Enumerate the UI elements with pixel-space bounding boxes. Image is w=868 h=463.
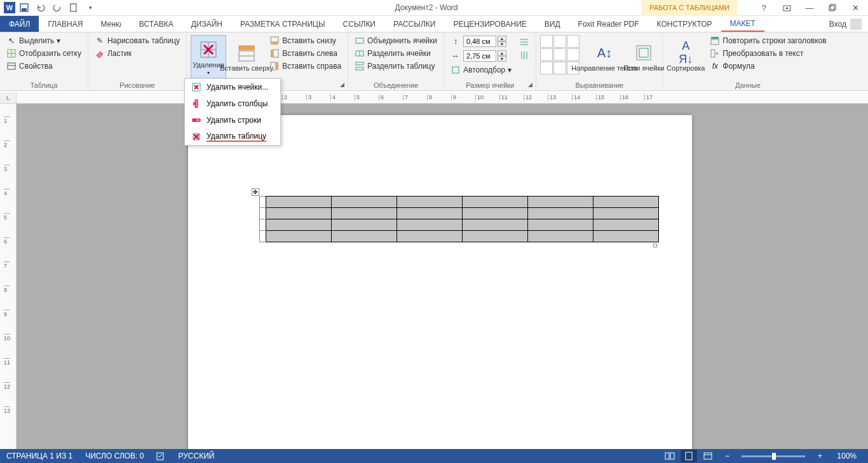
draw-table-button[interactable]: ✎Нарисовать таблицу <box>92 35 182 46</box>
width-up[interactable]: ▲ <box>498 50 506 56</box>
close-button[interactable]: ✕ <box>846 1 864 15</box>
sign-in-button[interactable]: Вход <box>823 16 868 32</box>
align-bc[interactable] <box>553 62 566 74</box>
tab-table-design[interactable]: КОНСТРУКТОР <box>648 16 721 32</box>
distribute-rows-button[interactable] <box>517 36 532 48</box>
tab-table-layout[interactable]: МАКЕТ <box>721 16 764 32</box>
align-tc[interactable] <box>553 35 566 48</box>
zoom-in-button[interactable]: + <box>811 450 828 462</box>
tab-menu[interactable]: Меню <box>92 16 130 32</box>
tab-file[interactable]: ФАЙЛ <box>0 16 39 32</box>
autofit-button[interactable]: Автоподбор ▾ <box>448 64 514 76</box>
delete-rows-item[interactable]: Удалить строки <box>185 112 280 128</box>
document-area[interactable]: ✥ <box>17 104 868 449</box>
word-app-icon: W <box>4 2 15 13</box>
insert-above-button[interactable]: Вставить сверху <box>229 35 264 79</box>
new-document-button[interactable] <box>66 1 81 15</box>
align-ml[interactable] <box>540 48 553 61</box>
split-table-button[interactable]: Разделить таблицу <box>352 60 440 72</box>
restore-button[interactable] <box>824 1 841 15</box>
align-tl[interactable] <box>540 35 553 48</box>
web-layout-button[interactable] <box>700 450 716 462</box>
delete-button[interactable]: Удаление ▾ <box>191 35 226 79</box>
tab-review[interactable]: РЕЦЕНЗИРОВАНИЕ <box>444 16 535 32</box>
table-move-handle[interactable]: ✥ <box>252 188 259 196</box>
insert-left-button[interactable]: Вставить слева <box>267 48 344 59</box>
zoom-percent[interactable]: 100% <box>831 452 863 460</box>
cursor-icon: ↖ <box>6 36 17 46</box>
col-width-input[interactable] <box>463 50 496 62</box>
svg-rect-41 <box>711 50 715 57</box>
minimize-button[interactable]: — <box>801 1 818 15</box>
insert-below-button[interactable]: Вставить снизу <box>267 35 344 46</box>
tab-home[interactable]: ГЛАВНАЯ <box>39 16 92 32</box>
word-count-status[interactable]: ЧИСЛО СЛОВ: 0 <box>79 452 150 460</box>
tab-foxit[interactable]: Foxit Reader PDF <box>569 16 648 32</box>
width-down[interactable]: ▼ <box>498 56 506 62</box>
svg-rect-29 <box>356 67 363 70</box>
align-tr[interactable] <box>567 35 580 48</box>
tab-design[interactable]: ДИЗАЙН <box>182 16 231 32</box>
repeat-header-rows-button[interactable]: Повторить строки заголовков <box>707 35 829 46</box>
zoom-slider[interactable] <box>742 455 805 457</box>
cellsize-dialog-launcher[interactable]: ◢ <box>526 80 534 89</box>
help-button[interactable]: ? <box>755 1 773 15</box>
text-direction-button[interactable]: A↕Направление текста <box>582 35 627 79</box>
table-row <box>260 208 659 219</box>
print-layout-button[interactable] <box>681 450 697 462</box>
svg-rect-57 <box>665 453 669 459</box>
ruler-corner: L <box>0 92 17 104</box>
col-width-field[interactable]: ↔▲▼ <box>448 50 514 62</box>
read-mode-button[interactable] <box>661 450 678 462</box>
properties-button[interactable]: Свойства <box>4 60 84 72</box>
row-height-field[interactable]: ↕▲▼ <box>448 35 514 48</box>
formula-button[interactable]: fxФормула <box>707 60 829 72</box>
convert-to-text-button[interactable]: Преобразовать в текст <box>707 48 829 59</box>
merge-cells-button[interactable]: Объединить ячейки <box>352 35 440 46</box>
delete-table-item[interactable]: Удалить таблицу <box>185 128 280 145</box>
select-button[interactable]: ↖Выделить ▾ <box>4 35 84 46</box>
group-label-draw: Рисование <box>92 80 182 90</box>
row-height-input[interactable] <box>463 36 496 47</box>
redo-button[interactable] <box>50 1 65 15</box>
save-button[interactable] <box>17 1 32 15</box>
document-table[interactable] <box>259 196 659 242</box>
align-mc[interactable] <box>553 48 566 61</box>
view-gridlines-button[interactable]: Отобразить сетку <box>4 48 84 59</box>
split-cells-button[interactable]: Разделить ячейки <box>352 48 440 59</box>
sort-button[interactable]: AЯ↓Сортировка <box>667 35 705 79</box>
cell-margins-button[interactable]: Поля ячейки <box>629 35 658 79</box>
vertical-ruler[interactable]: 12345678910111213 <box>0 104 17 449</box>
distribute-cols-icon <box>519 50 529 60</box>
horizontal-ruler[interactable]: 1234567891011121314151617 <box>17 92 868 104</box>
align-bl[interactable] <box>540 62 553 74</box>
tab-references[interactable]: ССЫЛКИ <box>334 16 384 32</box>
height-down[interactable]: ▼ <box>498 41 506 47</box>
zoom-slider-thumb[interactable] <box>772 453 776 460</box>
ribbon-display-button[interactable] <box>778 1 796 15</box>
height-up[interactable]: ▲ <box>498 36 506 41</box>
table-resize-handle[interactable] <box>653 244 657 247</box>
undo-button[interactable] <box>33 1 48 15</box>
split-cells-icon <box>355 48 365 59</box>
distribute-columns-button[interactable] <box>517 50 532 61</box>
rowscols-dialog-launcher[interactable]: ◢ <box>337 80 346 89</box>
delete-columns-item[interactable]: Удалить столбцы <box>185 95 280 112</box>
cell-margins-icon <box>634 43 654 63</box>
insert-below-icon <box>269 36 280 46</box>
language-status[interactable]: РУССКИЙ <box>172 452 220 460</box>
qat-customize-button[interactable]: ▾ <box>83 1 98 15</box>
eraser-button[interactable]: Ластик <box>92 48 182 59</box>
tab-page-layout[interactable]: РАЗМЕТКА СТРАНИЦЫ <box>231 16 334 32</box>
insert-right-button[interactable]: Вставить справа <box>267 60 344 72</box>
tab-view[interactable]: ВИД <box>536 16 569 32</box>
delete-cells-item[interactable]: Удалить ячейки... <box>185 79 280 95</box>
spelling-status[interactable] <box>150 452 172 460</box>
document-page[interactable]: ✥ <box>188 115 692 449</box>
page-status[interactable]: СТРАНИЦА 1 ИЗ 1 <box>0 452 79 460</box>
align-mr[interactable] <box>567 48 580 61</box>
tab-insert[interactable]: ВСТАВКА <box>130 16 182 32</box>
zoom-out-button[interactable]: − <box>719 450 735 462</box>
tab-mailings[interactable]: РАССЫЛКИ <box>384 16 444 32</box>
group-label-cellsize: Размер ячейки <box>448 80 532 90</box>
